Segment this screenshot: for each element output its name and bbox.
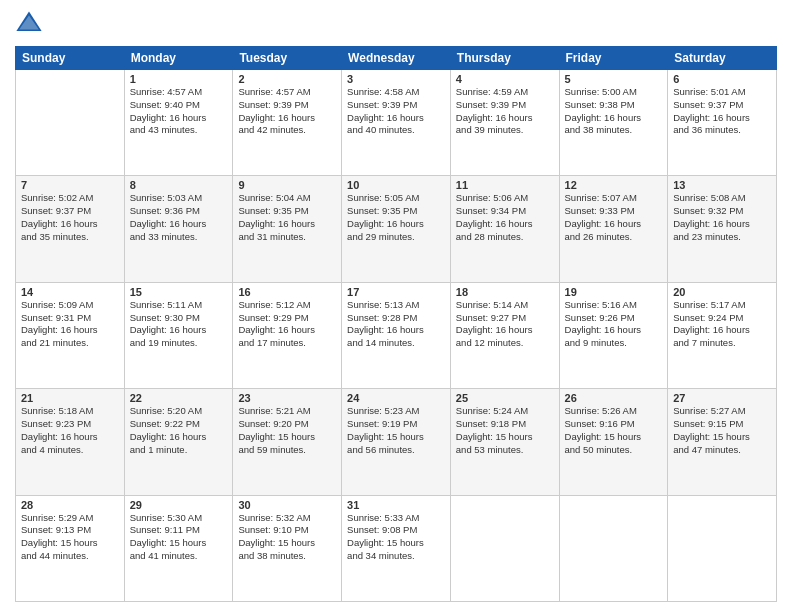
day-number: 17 bbox=[347, 286, 445, 298]
day-info: Sunrise: 5:07 AM Sunset: 9:33 PM Dayligh… bbox=[565, 192, 663, 243]
calendar-cell: 3Sunrise: 4:58 AM Sunset: 9:39 PM Daylig… bbox=[342, 70, 451, 176]
calendar: SundayMondayTuesdayWednesdayThursdayFrid… bbox=[15, 46, 777, 602]
day-info: Sunrise: 5:17 AM Sunset: 9:24 PM Dayligh… bbox=[673, 299, 771, 350]
day-number: 23 bbox=[238, 392, 336, 404]
calendar-cell: 25Sunrise: 5:24 AM Sunset: 9:18 PM Dayli… bbox=[450, 389, 559, 495]
calendar-cell bbox=[668, 495, 777, 601]
day-number: 31 bbox=[347, 499, 445, 511]
calendar-cell: 27Sunrise: 5:27 AM Sunset: 9:15 PM Dayli… bbox=[668, 389, 777, 495]
day-number: 19 bbox=[565, 286, 663, 298]
day-info: Sunrise: 5:05 AM Sunset: 9:35 PM Dayligh… bbox=[347, 192, 445, 243]
day-number: 8 bbox=[130, 179, 228, 191]
day-info: Sunrise: 5:23 AM Sunset: 9:19 PM Dayligh… bbox=[347, 405, 445, 456]
weekday-header-wednesday: Wednesday bbox=[342, 47, 451, 70]
day-info: Sunrise: 5:06 AM Sunset: 9:34 PM Dayligh… bbox=[456, 192, 554, 243]
day-number: 10 bbox=[347, 179, 445, 191]
calendar-cell: 1Sunrise: 4:57 AM Sunset: 9:40 PM Daylig… bbox=[124, 70, 233, 176]
day-info: Sunrise: 5:29 AM Sunset: 9:13 PM Dayligh… bbox=[21, 512, 119, 563]
day-info: Sunrise: 5:02 AM Sunset: 9:37 PM Dayligh… bbox=[21, 192, 119, 243]
calendar-cell bbox=[16, 70, 125, 176]
day-number: 7 bbox=[21, 179, 119, 191]
calendar-cell: 31Sunrise: 5:33 AM Sunset: 9:08 PM Dayli… bbox=[342, 495, 451, 601]
calendar-cell: 13Sunrise: 5:08 AM Sunset: 9:32 PM Dayli… bbox=[668, 176, 777, 282]
calendar-body: 1Sunrise: 4:57 AM Sunset: 9:40 PM Daylig… bbox=[16, 70, 777, 602]
day-info: Sunrise: 5:13 AM Sunset: 9:28 PM Dayligh… bbox=[347, 299, 445, 350]
calendar-cell: 24Sunrise: 5:23 AM Sunset: 9:19 PM Dayli… bbox=[342, 389, 451, 495]
day-number: 28 bbox=[21, 499, 119, 511]
day-number: 9 bbox=[238, 179, 336, 191]
week-row-5: 28Sunrise: 5:29 AM Sunset: 9:13 PM Dayli… bbox=[16, 495, 777, 601]
calendar-cell: 30Sunrise: 5:32 AM Sunset: 9:10 PM Dayli… bbox=[233, 495, 342, 601]
day-info: Sunrise: 5:09 AM Sunset: 9:31 PM Dayligh… bbox=[21, 299, 119, 350]
day-info: Sunrise: 5:00 AM Sunset: 9:38 PM Dayligh… bbox=[565, 86, 663, 137]
day-number: 11 bbox=[456, 179, 554, 191]
day-number: 20 bbox=[673, 286, 771, 298]
calendar-cell: 17Sunrise: 5:13 AM Sunset: 9:28 PM Dayli… bbox=[342, 282, 451, 388]
logo bbox=[15, 10, 47, 38]
day-info: Sunrise: 5:32 AM Sunset: 9:10 PM Dayligh… bbox=[238, 512, 336, 563]
day-info: Sunrise: 5:26 AM Sunset: 9:16 PM Dayligh… bbox=[565, 405, 663, 456]
day-info: Sunrise: 5:33 AM Sunset: 9:08 PM Dayligh… bbox=[347, 512, 445, 563]
calendar-cell bbox=[559, 495, 668, 601]
week-row-2: 7Sunrise: 5:02 AM Sunset: 9:37 PM Daylig… bbox=[16, 176, 777, 282]
calendar-cell: 11Sunrise: 5:06 AM Sunset: 9:34 PM Dayli… bbox=[450, 176, 559, 282]
day-number: 4 bbox=[456, 73, 554, 85]
day-info: Sunrise: 4:59 AM Sunset: 9:39 PM Dayligh… bbox=[456, 86, 554, 137]
calendar-header: SundayMondayTuesdayWednesdayThursdayFrid… bbox=[16, 47, 777, 70]
day-info: Sunrise: 5:30 AM Sunset: 9:11 PM Dayligh… bbox=[130, 512, 228, 563]
day-number: 30 bbox=[238, 499, 336, 511]
day-number: 1 bbox=[130, 73, 228, 85]
day-number: 24 bbox=[347, 392, 445, 404]
day-number: 12 bbox=[565, 179, 663, 191]
day-number: 2 bbox=[238, 73, 336, 85]
logo-icon bbox=[15, 10, 43, 38]
day-info: Sunrise: 4:57 AM Sunset: 9:39 PM Dayligh… bbox=[238, 86, 336, 137]
calendar-cell bbox=[450, 495, 559, 601]
week-row-3: 14Sunrise: 5:09 AM Sunset: 9:31 PM Dayli… bbox=[16, 282, 777, 388]
calendar-cell: 12Sunrise: 5:07 AM Sunset: 9:33 PM Dayli… bbox=[559, 176, 668, 282]
day-info: Sunrise: 5:01 AM Sunset: 9:37 PM Dayligh… bbox=[673, 86, 771, 137]
day-number: 26 bbox=[565, 392, 663, 404]
calendar-cell: 26Sunrise: 5:26 AM Sunset: 9:16 PM Dayli… bbox=[559, 389, 668, 495]
day-number: 22 bbox=[130, 392, 228, 404]
day-info: Sunrise: 4:58 AM Sunset: 9:39 PM Dayligh… bbox=[347, 86, 445, 137]
day-info: Sunrise: 5:24 AM Sunset: 9:18 PM Dayligh… bbox=[456, 405, 554, 456]
calendar-cell: 23Sunrise: 5:21 AM Sunset: 9:20 PM Dayli… bbox=[233, 389, 342, 495]
day-info: Sunrise: 4:57 AM Sunset: 9:40 PM Dayligh… bbox=[130, 86, 228, 137]
calendar-cell: 6Sunrise: 5:01 AM Sunset: 9:37 PM Daylig… bbox=[668, 70, 777, 176]
day-info: Sunrise: 5:21 AM Sunset: 9:20 PM Dayligh… bbox=[238, 405, 336, 456]
day-info: Sunrise: 5:11 AM Sunset: 9:30 PM Dayligh… bbox=[130, 299, 228, 350]
calendar-cell: 9Sunrise: 5:04 AM Sunset: 9:35 PM Daylig… bbox=[233, 176, 342, 282]
page: SundayMondayTuesdayWednesdayThursdayFrid… bbox=[0, 0, 792, 612]
week-row-1: 1Sunrise: 4:57 AM Sunset: 9:40 PM Daylig… bbox=[16, 70, 777, 176]
day-number: 25 bbox=[456, 392, 554, 404]
weekday-header-tuesday: Tuesday bbox=[233, 47, 342, 70]
header bbox=[15, 10, 777, 38]
weekday-header-friday: Friday bbox=[559, 47, 668, 70]
day-number: 6 bbox=[673, 73, 771, 85]
day-info: Sunrise: 5:08 AM Sunset: 9:32 PM Dayligh… bbox=[673, 192, 771, 243]
day-number: 5 bbox=[565, 73, 663, 85]
calendar-cell: 18Sunrise: 5:14 AM Sunset: 9:27 PM Dayli… bbox=[450, 282, 559, 388]
weekday-header-sunday: Sunday bbox=[16, 47, 125, 70]
day-number: 21 bbox=[21, 392, 119, 404]
weekday-header-saturday: Saturday bbox=[668, 47, 777, 70]
day-info: Sunrise: 5:12 AM Sunset: 9:29 PM Dayligh… bbox=[238, 299, 336, 350]
calendar-cell: 10Sunrise: 5:05 AM Sunset: 9:35 PM Dayli… bbox=[342, 176, 451, 282]
day-info: Sunrise: 5:04 AM Sunset: 9:35 PM Dayligh… bbox=[238, 192, 336, 243]
week-row-4: 21Sunrise: 5:18 AM Sunset: 9:23 PM Dayli… bbox=[16, 389, 777, 495]
day-info: Sunrise: 5:03 AM Sunset: 9:36 PM Dayligh… bbox=[130, 192, 228, 243]
weekday-header-thursday: Thursday bbox=[450, 47, 559, 70]
calendar-cell: 7Sunrise: 5:02 AM Sunset: 9:37 PM Daylig… bbox=[16, 176, 125, 282]
calendar-cell: 2Sunrise: 4:57 AM Sunset: 9:39 PM Daylig… bbox=[233, 70, 342, 176]
day-info: Sunrise: 5:18 AM Sunset: 9:23 PM Dayligh… bbox=[21, 405, 119, 456]
calendar-cell: 22Sunrise: 5:20 AM Sunset: 9:22 PM Dayli… bbox=[124, 389, 233, 495]
calendar-cell: 19Sunrise: 5:16 AM Sunset: 9:26 PM Dayli… bbox=[559, 282, 668, 388]
day-info: Sunrise: 5:14 AM Sunset: 9:27 PM Dayligh… bbox=[456, 299, 554, 350]
day-number: 16 bbox=[238, 286, 336, 298]
calendar-cell: 20Sunrise: 5:17 AM Sunset: 9:24 PM Dayli… bbox=[668, 282, 777, 388]
calendar-cell: 28Sunrise: 5:29 AM Sunset: 9:13 PM Dayli… bbox=[16, 495, 125, 601]
day-number: 14 bbox=[21, 286, 119, 298]
calendar-cell: 16Sunrise: 5:12 AM Sunset: 9:29 PM Dayli… bbox=[233, 282, 342, 388]
calendar-cell: 21Sunrise: 5:18 AM Sunset: 9:23 PM Dayli… bbox=[16, 389, 125, 495]
